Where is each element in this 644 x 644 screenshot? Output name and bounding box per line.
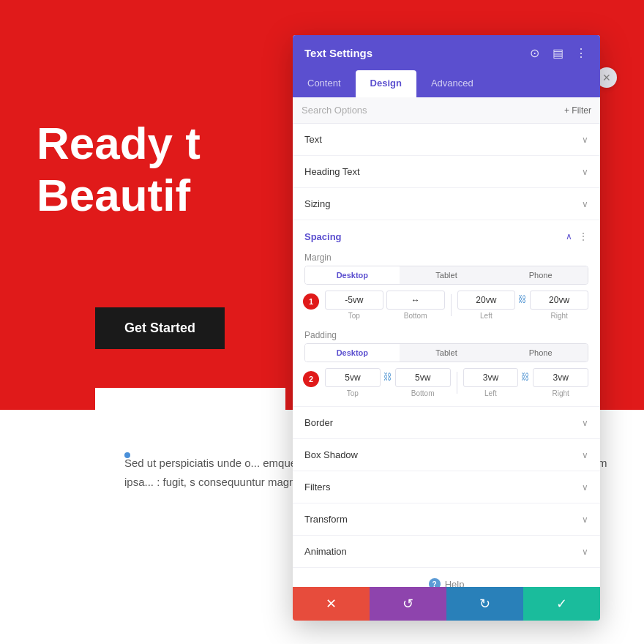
margin-left-label: Left <box>480 312 493 320</box>
panel-footer: ✕ ↺ ↻ ✓ <box>293 587 600 621</box>
padding-left-input[interactable] <box>463 368 519 387</box>
transform-section-row[interactable]: Transform ∨ <box>293 503 600 536</box>
sizing-chevron-icon: ∨ <box>582 199 588 209</box>
margin-left-wrap: Left <box>457 291 516 320</box>
margin-right-input[interactable] <box>530 291 588 310</box>
white-cutout <box>95 388 285 432</box>
filter-button[interactable]: + Filter <box>564 105 591 116</box>
sizing-label: Sizing <box>304 198 330 209</box>
padding-top-label: Top <box>347 389 359 397</box>
text-section-row[interactable]: Text ∨ <box>293 124 600 156</box>
spacing-header[interactable]: Spacing ∧ ⋮ <box>293 220 600 248</box>
margin-top-input[interactable] <box>325 291 383 310</box>
animation-section-row[interactable]: Animation ∨ <box>293 536 600 568</box>
padding-left-label: Left <box>484 389 497 397</box>
border-label: Border <box>304 417 333 428</box>
margin-right-label: Right <box>550 312 567 320</box>
margin-tablet-tab[interactable]: Tablet <box>400 266 494 284</box>
padding-top-link-icon[interactable]: ⛓ <box>383 372 392 382</box>
help-row[interactable]: ? Help <box>293 568 600 587</box>
padding-link-icon[interactable]: ⛓ <box>521 372 530 382</box>
panel-header: Text Settings ⊙ ▤ ⋮ <box>293 35 600 70</box>
padding-bottom-label: Bottom <box>411 389 435 397</box>
help-icon: ? <box>429 578 441 587</box>
margin-desktop-tab[interactable]: Desktop <box>305 266 400 284</box>
padding-top-input[interactable] <box>325 368 381 387</box>
margin-bottom-label: Bottom <box>404 312 427 320</box>
sizing-section-row[interactable]: Sizing ∨ <box>293 188 600 220</box>
save-button[interactable]: ✓ <box>523 587 600 621</box>
padding-phone-tab[interactable]: Phone <box>493 344 588 362</box>
cancel-button[interactable]: ✕ <box>293 587 370 621</box>
margin-right-wrap: Right <box>530 291 588 320</box>
heading-text-section-row[interactable]: Heading Text ∨ <box>293 156 600 188</box>
panel-title: Text Settings <box>304 47 372 59</box>
transform-label: Transform <box>304 514 348 525</box>
filters-label: Filters <box>304 482 330 493</box>
margin-bottom-input[interactable] <box>386 291 445 310</box>
filters-chevron-icon: ∨ <box>582 482 588 493</box>
margin-device-tabs: Desktop Tablet Phone <box>304 266 588 285</box>
padding-top-wrap: Top <box>325 368 381 397</box>
spacing-more-icon[interactable]: ⋮ <box>578 231 588 242</box>
padding-label: Padding <box>293 326 600 343</box>
padding-right-input[interactable] <box>533 368 588 387</box>
transform-chevron-icon: ∨ <box>582 514 588 525</box>
box-shadow-chevron-icon: ∨ <box>582 450 588 460</box>
padding-separator <box>457 372 457 394</box>
hero-text: Ready t Beautif <box>37 117 201 222</box>
margin-link-icon[interactable]: ⛓ <box>518 294 527 304</box>
padding-bottom-input[interactable] <box>395 368 451 387</box>
padding-bottom-wrap: Bottom <box>395 368 451 397</box>
tab-design[interactable]: Design <box>356 70 416 97</box>
box-shadow-label: Box Shadow <box>304 449 358 460</box>
more-options-icon[interactable]: ⋮ <box>574 45 588 60</box>
panel-search: Search Options + Filter <box>293 97 600 124</box>
filters-section-row[interactable]: Filters ∨ <box>293 471 600 503</box>
padding-left-wrap: Left <box>463 368 519 397</box>
margin-top-label: Top <box>348 312 360 320</box>
padding-desktop-tab[interactable]: Desktop <box>305 344 400 362</box>
get-started-button[interactable]: Get Started <box>95 307 225 349</box>
text-chevron-icon: ∨ <box>582 135 588 145</box>
margin-label: Margin <box>293 248 600 266</box>
padding-right-label: Right <box>552 389 569 397</box>
spacing-icons: ∧ ⋮ <box>566 231 588 242</box>
padding-right-wrap: Right <box>533 368 588 397</box>
reset-button[interactable]: ↺ <box>370 587 446 621</box>
border-chevron-icon: ∨ <box>582 418 588 428</box>
panel-content: Text ∨ Heading Text ∨ Sizing ∨ Spacing ∧… <box>293 124 600 587</box>
step-2-badge: 2 <box>303 371 319 387</box>
panel-tabs: Content Design Advanced <box>293 70 600 97</box>
panel-header-icons: ⊙ ▤ ⋮ <box>527 45 588 60</box>
search-placeholder: Search Options <box>302 105 367 116</box>
spacing-section: Spacing ∧ ⋮ Margin Desktop Tablet Phone … <box>293 220 600 407</box>
margin-left-input[interactable] <box>457 291 516 310</box>
heading-text-label: Heading Text <box>304 166 360 177</box>
margin-bottom-wrap: Bottom <box>386 291 445 320</box>
text-settings-panel: Text Settings ⊙ ▤ ⋮ Content Design Advan… <box>293 35 600 621</box>
animation-chevron-icon: ∨ <box>582 547 588 557</box>
margin-separator <box>451 294 452 316</box>
columns-icon[interactable]: ▤ <box>550 45 565 60</box>
expand-icon[interactable]: ⊙ <box>527 45 542 60</box>
box-shadow-section-row[interactable]: Box Shadow ∨ <box>293 439 600 471</box>
spacing-collapse-icon[interactable]: ∧ <box>566 231 572 242</box>
help-label: Help <box>445 579 465 588</box>
padding-device-tabs: Desktop Tablet Phone <box>304 343 588 362</box>
text-section-label: Text <box>304 134 322 145</box>
border-section-row[interactable]: Border ∨ <box>293 407 600 439</box>
margin-phone-tab[interactable]: Phone <box>493 266 588 284</box>
margin-top-wrap: Top <box>325 291 383 320</box>
tab-content[interactable]: Content <box>293 70 356 97</box>
spacing-title: Spacing <box>304 231 342 242</box>
redo-button[interactable]: ↻ <box>446 587 523 621</box>
step-1-badge: 1 <box>303 293 319 310</box>
padding-tablet-tab[interactable]: Tablet <box>400 344 494 362</box>
tab-advanced[interactable]: Advanced <box>416 70 488 97</box>
animation-label: Animation <box>304 546 347 557</box>
heading-text-chevron-icon: ∨ <box>582 167 588 177</box>
